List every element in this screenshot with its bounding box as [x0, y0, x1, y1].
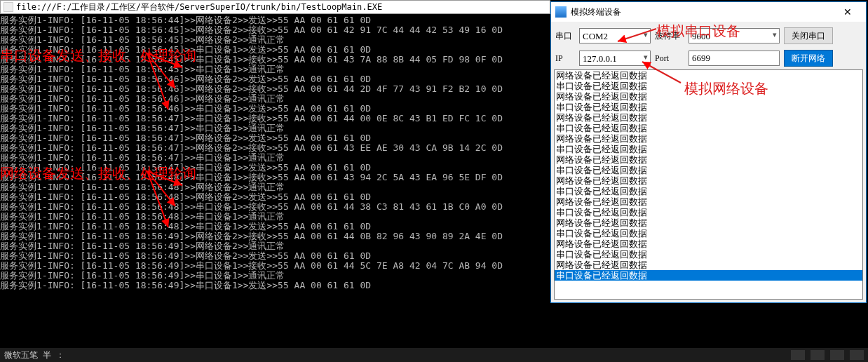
- list-item[interactable]: 串口设备已经返回数据: [555, 270, 862, 281]
- list-item[interactable]: 网络设备已经返回数据: [555, 217, 862, 228]
- baud-select[interactable]: 9600: [689, 28, 780, 43]
- list-item[interactable]: 串口设备已经返回数据: [555, 207, 862, 217]
- list-item[interactable]: 串口设备已经返回数据: [555, 249, 862, 260]
- address-text: file:///F:/工作目录/工作区/平台软件/ServerSuperIO/t…: [16, 1, 382, 13]
- list-item[interactable]: 网络设备已经返回数据: [555, 70, 862, 81]
- list-item[interactable]: 网络设备已经返回数据: [555, 154, 862, 165]
- ime-status: 微软五笔 半 ：: [4, 349, 65, 361]
- list-item[interactable]: 网络设备已经返回数据: [555, 91, 862, 102]
- ip-select[interactable]: 127.0.0.1: [579, 51, 651, 66]
- port-input[interactable]: [689, 51, 780, 66]
- serial-label: 串口: [555, 30, 575, 42]
- page-icon: [4, 2, 13, 12]
- list-item[interactable]: 网络设备已经返回数据: [555, 260, 862, 270]
- list-item[interactable]: 串口设备已经返回数据: [555, 228, 862, 239]
- port-label: Port: [655, 53, 684, 64]
- close-icon[interactable]: ✕: [834, 5, 862, 19]
- list-item[interactable]: 网络设备已经返回数据: [555, 239, 862, 249]
- list-item[interactable]: 网络设备已经返回数据: [555, 196, 862, 207]
- baud-label: 波特率: [655, 30, 684, 42]
- list-item[interactable]: 串口设备已经返回数据: [555, 165, 862, 175]
- dialog-titlebar[interactable]: 模拟终端设备 ✕: [551, 2, 866, 22]
- list-item[interactable]: 网络设备已经返回数据: [555, 133, 862, 144]
- disconnect-button[interactable]: 断开网络: [784, 50, 833, 67]
- list-item[interactable]: 串口设备已经返回数据: [555, 102, 862, 112]
- close-serial-button[interactable]: 关闭串口: [784, 27, 833, 44]
- address-bar[interactable]: file:///F:/工作目录/工作区/平台软件/ServerSuperIO/t…: [0, 0, 550, 14]
- simulator-dialog: 模拟终端设备 ✕ 串口 COM2 波特率 9600 关闭串口 IP 127.0.…: [550, 1, 867, 303]
- ip-label: IP: [555, 53, 575, 64]
- serial-row: 串口 COM2 波特率 9600 关闭串口: [554, 25, 863, 47]
- log-listbox[interactable]: 网络设备已经返回数据串口设备已经返回数据网络设备已经返回数据串口设备已经返回数据…: [554, 69, 863, 300]
- network-row: IP 127.0.0.1 Port 断开网络: [554, 47, 863, 69]
- status-icon-1[interactable]: [791, 350, 805, 360]
- status-icon-4[interactable]: [850, 350, 864, 360]
- list-item[interactable]: 串口设备已经返回数据: [555, 123, 862, 133]
- dialog-title: 模拟终端设备: [571, 6, 621, 18]
- list-item[interactable]: 串口设备已经返回数据: [555, 186, 862, 196]
- app-icon: [555, 6, 567, 18]
- status-icon-3[interactable]: [830, 350, 844, 360]
- com-select[interactable]: COM2: [579, 28, 651, 43]
- list-item[interactable]: 串口设备已经返回数据: [555, 81, 862, 91]
- status-icon-2[interactable]: [811, 350, 825, 360]
- list-item[interactable]: 网络设备已经返回数据: [555, 175, 862, 186]
- list-item[interactable]: 网络设备已经返回数据: [555, 112, 862, 123]
- status-bar: 微软五笔 半 ：: [0, 348, 868, 362]
- list-item[interactable]: 串口设备已经返回数据: [555, 144, 862, 154]
